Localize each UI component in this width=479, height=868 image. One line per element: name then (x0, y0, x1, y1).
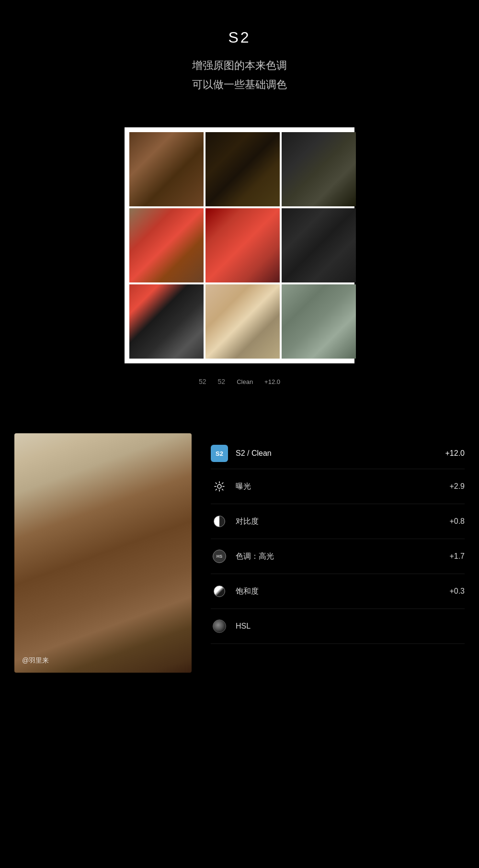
preview-filter-tag: Clean (237, 378, 253, 385)
tone-highlight-label: 色调：高光 (236, 552, 449, 562)
exposure-label: 曝光 (236, 482, 449, 492)
subtitle-line1: 增强原图的本来色调 (10, 56, 469, 75)
saturation-icon (211, 583, 228, 600)
subtitle-line2: 可以做一些基础调色 (10, 75, 469, 94)
svg-line-6 (222, 489, 223, 490)
filter-badge: S2 (211, 445, 228, 462)
header-section: S2 增强原图的本来色调 可以做一些基础调色 (0, 0, 479, 113)
contrast-value: +0.8 (449, 517, 465, 526)
grid-photo-4[interactable] (129, 208, 204, 282)
hsl-icon (211, 618, 228, 635)
preview-label-row: 52 52 Clean +12.0 (0, 373, 479, 385)
right-panel: S2 S2 / Clean +12.0 曝光 +2.9 (211, 433, 465, 644)
preview-num-left: 52 (199, 378, 206, 385)
watermark: @羽里来 (22, 656, 49, 665)
grid-photo-7[interactable] (129, 284, 204, 359)
adjustment-tone-highlight[interactable]: HS 色调：高光 +1.7 (211, 539, 465, 574)
main-photo[interactable]: @羽里来 (14, 433, 192, 673)
grid-photo-8[interactable] (205, 284, 280, 359)
saturation-label: 饱和度 (236, 586, 449, 597)
grid-photo-3[interactable] (282, 132, 356, 206)
filter-value: +12.0 (445, 449, 465, 458)
adjustment-saturation[interactable]: 饱和度 +0.3 (211, 574, 465, 609)
hs-icon: HS (211, 548, 228, 565)
svg-line-5 (216, 483, 217, 484)
contrast-label: 对比度 (236, 517, 449, 527)
grid-photo-6[interactable] (282, 208, 356, 282)
contrast-icon (211, 513, 228, 530)
adjustment-hsl[interactable]: HSL (211, 609, 465, 644)
sun-icon (211, 478, 228, 495)
header-title: S2 (10, 29, 469, 46)
grid-photo-5[interactable] (205, 208, 280, 282)
grid-photo-1[interactable] (129, 132, 204, 206)
adjustment-contrast[interactable]: 对比度 +0.8 (211, 504, 465, 539)
photo-grid (125, 127, 354, 363)
svg-line-8 (216, 489, 217, 490)
exposure-value: +2.9 (449, 482, 465, 491)
svg-line-7 (222, 483, 223, 484)
filter-name: S2 / Clean (236, 449, 445, 458)
filter-row[interactable]: S2 S2 / Clean +12.0 (211, 438, 465, 469)
saturation-value: +0.3 (449, 587, 465, 596)
tone-highlight-value: +1.7 (449, 552, 465, 561)
preview-value-tag: +12.0 (264, 378, 280, 385)
adjustment-exposure[interactable]: 曝光 +2.9 (211, 469, 465, 504)
header-subtitle: 增强原图的本来色调 可以做一些基础调色 (10, 56, 469, 94)
svg-point-0 (217, 485, 221, 488)
grid-photo-9[interactable] (282, 284, 356, 359)
main-photo-image (14, 433, 192, 673)
grid-photo-2[interactable] (205, 132, 280, 206)
bottom-section: @羽里来 S2 S2 / Clean +12.0 (0, 405, 479, 692)
preview-num-right: 52 (218, 378, 226, 385)
hsl-label: HSL (236, 622, 465, 631)
photo-grid-container (0, 113, 479, 373)
